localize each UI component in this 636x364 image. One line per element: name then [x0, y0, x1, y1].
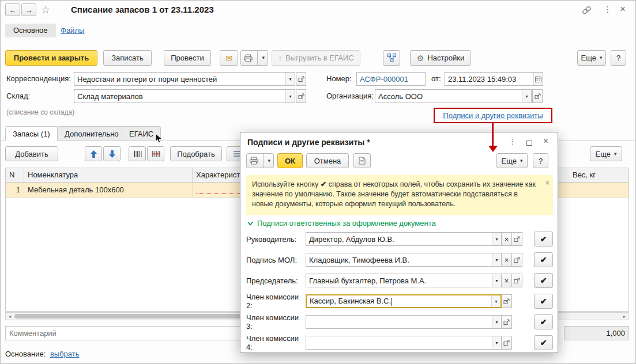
save-default-button[interactable]: ✔: [534, 294, 553, 309]
favorite-star-icon[interactable]: ☆: [41, 3, 50, 16]
warehouse-input[interactable]: Склад материалов ▾: [74, 89, 295, 103]
save-default-button[interactable]: ✔: [534, 314, 553, 329]
post-button[interactable]: Провести: [164, 50, 211, 66]
warehouse-open-button[interactable]: [296, 89, 306, 103]
organization-dropdown-icon[interactable]: ▾: [522, 90, 531, 103]
member4-input[interactable]: ▾: [306, 336, 502, 350]
barcode-button[interactable]: [129, 146, 146, 161]
tab-main[interactable]: Основное: [5, 24, 56, 37]
member2-input[interactable]: Кассир, Бакинская В.С. ▾: [306, 294, 502, 308]
organization-open-button[interactable]: [532, 89, 543, 103]
open-button[interactable]: [502, 336, 512, 350]
warehouse-hint: (списание со склада): [6, 108, 74, 116]
barcode-scanner-button[interactable]: [147, 146, 164, 161]
cell-n[interactable]: 1: [6, 183, 24, 197]
open-button[interactable]: [502, 294, 512, 308]
dialog-maximize-icon[interactable]: [526, 139, 532, 147]
save-button[interactable]: Записать: [103, 50, 152, 66]
cancel-button[interactable]: Отмена: [306, 153, 349, 168]
dialog-kebab-icon[interactable]: ⋮: [509, 137, 516, 146]
basis-row: Основание: выбрать: [5, 350, 80, 358]
field-label: Член комиссии 4:: [246, 334, 306, 351]
ok-button[interactable]: ОК: [277, 153, 303, 168]
member2-value: Кассир, Бакинская В.С.: [307, 297, 491, 306]
dialog-print-button[interactable]: ▾: [246, 153, 274, 168]
move-up-button[interactable]: [85, 146, 102, 161]
tab-files[interactable]: Файлы: [61, 26, 84, 35]
tab-additional[interactable]: Дополнительно: [57, 126, 126, 141]
post-label: Провести: [171, 54, 204, 62]
correspondence-open-button[interactable]: [296, 72, 306, 86]
add-row-button[interactable]: Добавить: [5, 146, 58, 161]
pick-button[interactable]: Подобрать: [170, 146, 222, 161]
open-icon: [514, 257, 520, 263]
scroll-right-icon[interactable]: ►: [620, 313, 629, 320]
dialog-document-button[interactable]: [353, 153, 371, 168]
printer-icon: [250, 157, 258, 165]
open-button[interactable]: [512, 253, 522, 267]
settings-button[interactable]: ⚙ Настройки: [410, 50, 471, 66]
cell-nomenclature[interactable]: Мебельная деталь 100х600: [24, 183, 193, 197]
organization-input[interactable]: Ассоль ООО ▾: [375, 89, 532, 103]
help-button[interactable]: ?: [611, 50, 626, 66]
dropdown-icon[interactable]: ▾: [492, 274, 501, 287]
signatures-link[interactable]: Подписи и другие реквизиты: [443, 111, 543, 120]
clear-button[interactable]: ×: [502, 253, 512, 267]
scroll-left-icon[interactable]: ◄: [6, 313, 14, 320]
mouse-cursor: [155, 133, 163, 146]
member3-input[interactable]: ▾: [306, 315, 502, 329]
kebab-menu-icon[interactable]: ⋮: [604, 5, 612, 14]
clear-button[interactable]: ×: [502, 232, 512, 246]
move-down-button[interactable]: [103, 146, 121, 161]
dialog-help-button[interactable]: ?: [533, 153, 548, 168]
required-field-underline: [196, 194, 241, 194]
mol-input[interactable]: Кладовщик, Тимофеева И.В. ▾: [306, 253, 502, 267]
more-button[interactable]: Еще ▾: [577, 50, 606, 66]
signatures-section-toggle[interactable]: Подписи ответственных за оформление доку…: [247, 219, 436, 227]
save-default-button[interactable]: ✔: [534, 232, 553, 247]
col-header-n[interactable]: N: [6, 168, 24, 182]
open-button[interactable]: [512, 232, 522, 246]
save-default-button[interactable]: ✔: [534, 335, 553, 350]
col-header-nomenclature[interactable]: Номенклатура: [24, 168, 193, 182]
post-and-close-button[interactable]: Провести и закрыть: [5, 50, 97, 66]
dialog-close-icon[interactable]: ×: [543, 136, 548, 146]
forward-button[interactable]: →: [21, 3, 36, 16]
number-value: АСФР-000001: [357, 75, 425, 84]
basis-select-link[interactable]: выбрать: [50, 350, 80, 358]
mail-button[interactable]: ✉: [220, 50, 238, 66]
info-close-icon[interactable]: ×: [545, 179, 550, 187]
save-default-button[interactable]: ✔: [534, 273, 553, 288]
save-default-button[interactable]: ✔: [534, 252, 553, 267]
print-button[interactable]: ▾: [240, 50, 268, 66]
items-more-button[interactable]: Еще ▾: [590, 146, 622, 161]
dropdown-icon[interactable]: ▾: [491, 295, 500, 307]
correspondence-dropdown-icon[interactable]: ▾: [285, 73, 295, 85]
dropdown-icon[interactable]: ▾: [492, 336, 501, 349]
dialog-more-button[interactable]: Еще ▾: [496, 153, 528, 168]
manager-input[interactable]: Директор, Абдулов Ю.В. ▾: [306, 232, 502, 246]
organization-value: Ассоль ООО: [375, 92, 522, 101]
correspondence-input[interactable]: Недостачи и потери от порчи ценностей ▾: [74, 72, 295, 86]
date-input[interactable]: 23.11.2023 15:49:03: [445, 72, 543, 86]
linked-documents-button[interactable]: [383, 50, 400, 66]
dropdown-icon[interactable]: ▾: [492, 253, 501, 266]
tab-stock[interactable]: Запасы (1): [5, 126, 58, 141]
warehouse-dropdown-icon[interactable]: ▾: [285, 90, 295, 103]
dialog-print-dropdown-icon: ▾: [268, 158, 270, 164]
calendar-icon[interactable]: [533, 73, 543, 85]
dropdown-icon[interactable]: ▾: [492, 233, 501, 245]
dialog-close-glyph: ×: [543, 136, 548, 146]
field-row-member4: Член комиссии 4: ▾ ✔: [246, 335, 553, 350]
chairman-input[interactable]: Главный бухгалтер, Петрова М.А. ▾: [306, 274, 502, 287]
number-input[interactable]: АСФР-000001: [356, 72, 426, 86]
dropdown-icon[interactable]: ▾: [492, 316, 501, 328]
gear-icon: ⚙: [417, 54, 424, 63]
open-button[interactable]: [512, 274, 522, 287]
open-button[interactable]: [502, 315, 512, 329]
back-button[interactable]: ←: [5, 3, 20, 16]
clear-button[interactable]: ×: [502, 274, 512, 287]
annotation-arrow-line: [492, 123, 494, 146]
window-close-icon[interactable]: ×: [620, 3, 626, 15]
copy-link-icon[interactable]: [582, 6, 592, 16]
